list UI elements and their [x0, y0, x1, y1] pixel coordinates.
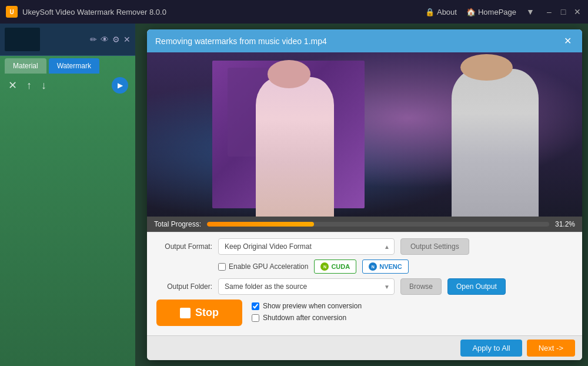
- stop-button-area: Stop: [156, 300, 242, 326]
- home-icon: 🏠: [466, 8, 476, 16]
- output-format-label: Output Format:: [156, 242, 212, 251]
- video-preview: [147, 52, 582, 217]
- gpu-acceleration-label[interactable]: Enable GPU Acceleration: [218, 262, 308, 271]
- progress-fill: [207, 222, 314, 227]
- tab-material[interactable]: Material: [5, 58, 46, 74]
- gpu-section: Enable GPU Acceleration N CUDA N NVENC: [156, 259, 409, 274]
- open-output-button[interactable]: Open Output: [447, 278, 506, 295]
- window-controls: – □ ✕: [544, 7, 582, 16]
- shutdown-label[interactable]: Shutdown after conversion: [263, 314, 346, 322]
- person1-silhouette: [256, 77, 334, 217]
- thumbnail-image: [5, 28, 40, 51]
- edit-icon[interactable]: ✏: [90, 35, 97, 44]
- settings-icon[interactable]: ⚙: [112, 35, 120, 44]
- output-folder-label: Output Folder:: [156, 282, 212, 291]
- app-logo: U: [6, 6, 18, 18]
- bottom-area: Stop Show preview when conversion Shutdo…: [156, 300, 573, 330]
- play-button[interactable]: ▶: [112, 77, 128, 94]
- move-down-button[interactable]: ↓: [40, 78, 48, 93]
- show-preview-checkbox[interactable]: [252, 302, 259, 310]
- gpu-acceleration-row: Enable GPU Acceleration N CUDA N NVENC: [156, 259, 573, 274]
- person1-head: [268, 60, 310, 88]
- maximize-button[interactable]: □: [559, 7, 568, 16]
- lock-icon: 🔒: [425, 8, 435, 16]
- conversion-options: Show preview when conversion Shutdown af…: [252, 300, 573, 322]
- sidebar-content: Material Watermark ✕ ↑ ↓ ▶: [0, 56, 135, 366]
- stop-icon: [180, 308, 191, 318]
- person2-head: [460, 54, 513, 81]
- output-format-dropdown-container: Keep Original Video Format ▲: [218, 238, 395, 255]
- sidebar-thumbnail: ✏ 👁 ⚙ ✕: [0, 24, 135, 56]
- minimize-button[interactable]: –: [544, 7, 554, 16]
- video-preview-area: [147, 52, 582, 217]
- control-panel: Output Format: Keep Original Video Forma…: [147, 232, 582, 335]
- output-folder-select[interactable]: Same folder as the source: [218, 278, 395, 295]
- sidebar-toolbar: ✕ ↑ ↓ ▶: [0, 74, 135, 97]
- modal-title: Removing watermarks from music video 1.m…: [155, 36, 327, 46]
- output-settings-button[interactable]: Output Settings: [400, 238, 469, 255]
- cuda-logo-icon: N: [320, 262, 329, 271]
- preview-icon[interactable]: 👁: [101, 35, 109, 44]
- output-format-row: Output Format: Keep Original Video Forma…: [156, 238, 573, 255]
- modal-footer: Apply to All Next ->: [147, 335, 582, 360]
- cuda-button[interactable]: N CUDA: [314, 259, 356, 274]
- sidebar-tabs: Material Watermark: [0, 56, 135, 74]
- shutdown-checkbox[interactable]: [252, 314, 259, 322]
- thumbnail-close-icon[interactable]: ✕: [123, 35, 131, 44]
- conversion-dialog: Removing watermarks from music video 1.m…: [147, 29, 582, 360]
- content-area: Removing watermarks from music video 1.m…: [135, 24, 588, 366]
- progress-label: Total Progress:: [154, 220, 201, 228]
- progress-percentage: 31.2%: [555, 220, 575, 228]
- modal-close-button[interactable]: ✕: [562, 35, 574, 46]
- next-button[interactable]: Next ->: [527, 340, 575, 357]
- nvenc-logo-icon: N: [369, 262, 377, 271]
- stop-button[interactable]: Stop: [156, 300, 242, 326]
- output-format-select[interactable]: Keep Original Video Format: [218, 238, 395, 255]
- show-preview-option: Show preview when conversion: [252, 302, 573, 310]
- app-title: UkeySoft Video Watermark Remover 8.0.0: [22, 8, 425, 16]
- gpu-acceleration-checkbox[interactable]: [218, 263, 226, 271]
- sidebar: ✏ 👁 ⚙ ✕ Material Watermark ✕ ↑ ↓ ▶: [0, 24, 135, 366]
- move-up-button[interactable]: ↑: [25, 78, 33, 93]
- titlebar-nav: 🔒 About 🏠 HomePage ▼: [425, 7, 535, 16]
- apply-to-all-button[interactable]: Apply to All: [460, 340, 522, 357]
- about-link[interactable]: 🔒 About: [425, 8, 457, 16]
- homepage-link[interactable]: 🏠 HomePage: [466, 8, 516, 16]
- titlebar-dropdown-btn[interactable]: ▼: [526, 7, 535, 16]
- show-preview-label[interactable]: Show preview when conversion: [263, 302, 362, 310]
- output-folder-row: Output Folder: Same folder as the source…: [156, 278, 573, 295]
- titlebar: U UkeySoft Video Watermark Remover 8.0.0…: [0, 0, 588, 24]
- shutdown-option: Shutdown after conversion: [252, 314, 573, 322]
- progress-track: [207, 222, 549, 227]
- thumbnail-icons: ✏ 👁 ⚙ ✕: [90, 35, 131, 44]
- delete-button[interactable]: ✕: [7, 78, 18, 93]
- browse-button[interactable]: Browse: [400, 278, 442, 295]
- close-button[interactable]: ✕: [573, 7, 582, 16]
- output-folder-dropdown-container: Same folder as the source ▼: [218, 278, 395, 295]
- person2-silhouette: [452, 69, 539, 217]
- progress-bar-area: Total Progress: 31.2%: [147, 217, 582, 232]
- main-container: ✏ 👁 ⚙ ✕ Material Watermark ✕ ↑ ↓ ▶: [0, 24, 588, 366]
- tab-watermark[interactable]: Watermark: [49, 58, 99, 74]
- nvenc-button[interactable]: N NVENC: [362, 259, 409, 274]
- modal-header: Removing watermarks from music video 1.m…: [147, 29, 582, 52]
